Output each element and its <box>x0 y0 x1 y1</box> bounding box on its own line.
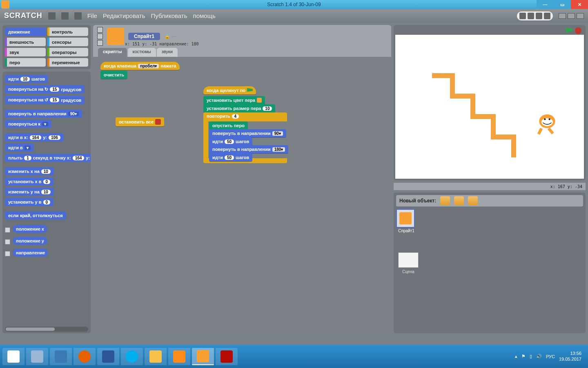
category-sound[interactable]: звук <box>5 48 46 56</box>
stage-container <box>394 25 586 180</box>
category-motion[interactable]: движение <box>5 27 46 36</box>
menu-file[interactable]: File <box>87 12 97 19</box>
hat-key-pressed[interactable]: когда клавишапробел▾нажата <box>100 62 180 70</box>
sprite-on-stage[interactable] <box>531 108 564 137</box>
reporter-x-position[interactable]: положение x <box>5 225 88 235</box>
language-icon[interactable] <box>48 12 56 20</box>
taskbar-scratch[interactable] <box>192 348 214 365</box>
block-list: идти10шагов повернуться на ↻15градусов п… <box>2 72 91 333</box>
grow-tool-icon[interactable] <box>536 13 542 19</box>
close-button[interactable]: ✕ <box>571 0 588 9</box>
block-turn-ccw[interactable]: повернуться на ↺15градусов <box>5 96 85 104</box>
block-stop-all[interactable]: остановить все <box>116 117 164 126</box>
taskbar-word[interactable] <box>97 348 119 365</box>
tray-action-icon[interactable]: ⚑ <box>521 354 526 359</box>
block-move-steps[interactable]: идти10шагов <box>5 75 48 83</box>
stage-thumbnail[interactable]: Сцена <box>396 252 421 274</box>
start-button[interactable] <box>2 348 24 365</box>
block-move-50-b[interactable]: идти50шагов <box>209 153 252 162</box>
new-object-label: Новый объект: <box>399 198 436 204</box>
category-variables[interactable]: переменные <box>47 58 88 67</box>
checkbox-icon[interactable] <box>5 227 10 233</box>
taskbar-explorer[interactable] <box>50 348 72 365</box>
green-flag-button[interactable] <box>565 27 572 34</box>
block-bounce-edge[interactable]: если край, оттолкнуться <box>5 211 66 220</box>
presentation-icon[interactable] <box>577 13 584 19</box>
category-looks[interactable]: внешность <box>5 38 46 46</box>
tray-volume-icon[interactable]: 🔊 <box>536 354 542 359</box>
shrink-tool-icon[interactable] <box>544 13 550 19</box>
sprite-header: Спрайт1 🔒 — x: 151 y: -31 направление: 1… <box>93 25 391 48</box>
paint-sprite-button[interactable] <box>440 196 450 205</box>
block-set-x[interactable]: установить x в0 <box>5 177 53 186</box>
sprite-list-panel: Новый объект: Спрайт1 Сцена <box>394 193 586 333</box>
scrollbar-thumb[interactable] <box>6 328 55 331</box>
block-set-pen-size[interactable]: установить размер пера10 <box>203 104 275 112</box>
sprite-list-item[interactable]: Спрайт1 <box>396 209 416 233</box>
rotation-none-icon[interactable] <box>97 40 103 46</box>
minimize-button[interactable]: — <box>537 0 554 9</box>
block-point-90[interactable]: повернуть в направлении90▾ <box>209 129 286 137</box>
block-move-50-a[interactable]: идти50шагов <box>209 137 252 146</box>
choose-sprite-button[interactable] <box>454 196 464 205</box>
taskbar-skype[interactable] <box>121 348 143 365</box>
surprise-sprite-button[interactable] <box>468 196 478 205</box>
taskbar-firefox[interactable] <box>74 348 96 365</box>
stop-button[interactable] <box>575 27 581 34</box>
block-point-180[interactable]: повернуть в направлении180▾ <box>209 145 288 153</box>
small-stage-icon[interactable] <box>559 13 566 19</box>
tab-costumes[interactable]: костюмы <box>128 48 156 57</box>
taskbar-acrobat[interactable] <box>216 348 238 365</box>
block-set-pen-color[interactable]: установить цвет пера <box>203 96 265 104</box>
checkbox-icon[interactable] <box>5 251 10 256</box>
block-change-y[interactable]: изменить y на10 <box>5 188 54 196</box>
block-point-direction[interactable]: повернуть в направлении90▾ <box>5 110 82 118</box>
block-set-y[interactable]: установить y в0 <box>5 198 53 206</box>
stop-icon <box>155 119 161 125</box>
svg-point-2 <box>544 119 546 120</box>
block-clear[interactable]: очистить <box>100 71 127 79</box>
category-pen[interactable]: перо <box>5 58 46 67</box>
reporter-y-position[interactable]: положение y <box>5 237 88 247</box>
tab-sounds[interactable]: звуки <box>157 48 178 57</box>
block-turn-cw[interactable]: повернуться на ↻15градусов <box>5 85 85 94</box>
tray-power-icon[interactable]: ▯ <box>530 354 532 359</box>
menu-help[interactable]: помощь <box>193 12 216 19</box>
hat-green-flag[interactable]: когда щелкнут по <box>203 86 256 94</box>
tray-clock[interactable]: 13:56 19.05.2017 <box>559 351 581 361</box>
block-goto[interactable]: идти в ▾ <box>5 144 34 152</box>
app-icon <box>1 0 9 9</box>
block-change-x[interactable]: изменить x на10 <box>5 167 54 175</box>
tab-scripts[interactable]: скрипты <box>98 48 127 57</box>
block-point-towards[interactable]: повернуться к ▾ <box>5 120 51 128</box>
category-sensing[interactable]: сенсоры <box>47 38 88 46</box>
block-pen-down[interactable]: опустить перо <box>209 121 248 130</box>
normal-stage-icon[interactable] <box>568 13 575 19</box>
stage[interactable] <box>395 35 584 179</box>
checkbox-icon[interactable] <box>5 239 10 245</box>
category-operators[interactable]: операторы <box>47 48 88 56</box>
script-area[interactable]: когда клавишапробел▾нажата очистить оста… <box>93 57 391 333</box>
palette-scrollbar[interactable] <box>5 327 88 332</box>
category-grid: движение контроль внешность сенсоры звук… <box>2 25 91 69</box>
category-control[interactable]: контроль <box>47 27 88 36</box>
maximize-button[interactable]: ▭ <box>554 0 571 9</box>
taskbar-media[interactable] <box>168 348 190 365</box>
block-goto-xy[interactable]: идти в x:164y:106 <box>5 133 64 141</box>
menu-publish[interactable]: Публиковать <box>151 12 187 19</box>
lock-icon[interactable]: 🔒 — <box>164 34 176 39</box>
save-icon[interactable] <box>61 12 69 20</box>
menu-edit[interactable]: Редактировать <box>103 12 145 19</box>
sprite-name-field[interactable]: Спрайт1 <box>128 33 160 40</box>
block-glide[interactable]: плыть1секунд в точку x:164y: <box>5 154 91 162</box>
share-icon[interactable] <box>74 12 82 20</box>
rotation-leftright-icon[interactable] <box>97 34 103 39</box>
cut-tool-icon[interactable] <box>528 13 534 19</box>
copy-tool-icon[interactable] <box>519 13 526 19</box>
reporter-direction[interactable]: направление <box>5 249 88 259</box>
rotation-free-icon[interactable] <box>97 27 103 33</box>
taskbar-folder[interactable] <box>145 348 167 365</box>
taskbar-calculator[interactable] <box>26 348 48 365</box>
tray-up-icon[interactable]: ▴ <box>515 354 517 359</box>
tray-lang[interactable]: РУС <box>546 354 555 359</box>
